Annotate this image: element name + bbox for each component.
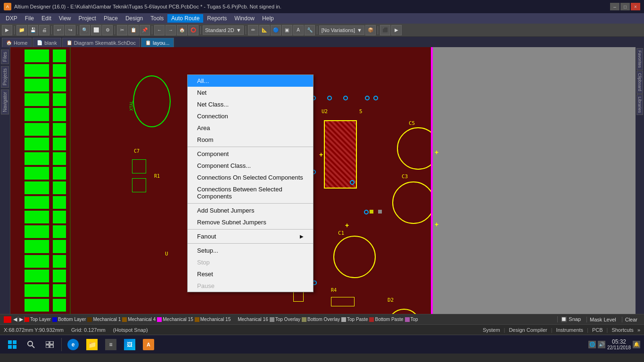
layer-top-short[interactable]: Top — [405, 317, 418, 322]
toolbar-btn-16[interactable]: 📐 — [259, 25, 270, 35]
menu-item-remove-subnet[interactable]: Remove Subnet Jumpers — [188, 216, 313, 228]
taskbar-edge[interactable]: e — [65, 337, 82, 353]
layer-top-overlay[interactable]: Top Overlay — [270, 317, 300, 322]
layer-scroll-left[interactable]: ◀ — [12, 316, 18, 322]
tab-schematic[interactable]: 📋 Diagram Skematik.SchDoc — [62, 38, 140, 47]
layer-top[interactable]: Top Layer — [25, 317, 51, 322]
sidebar-projects[interactable]: Projects — [1, 66, 9, 88]
menu-item-fanout[interactable]: Fanout ▶ — [188, 230, 313, 242]
menu-item-connections-between[interactable]: Connections Between Selected Components — [188, 183, 313, 202]
task-view-button[interactable] — [41, 337, 58, 353]
right-tab-clipboard[interactable]: Clipboard — [636, 71, 643, 94]
toolbar-btn-23[interactable]: ▶ — [391, 25, 402, 35]
menu-autoroute[interactable]: Auto Route — [167, 14, 203, 23]
toolbar-btn-14[interactable]: 🏠 — [177, 25, 187, 35]
network-icon[interactable]: 🌐 — [588, 341, 596, 348]
toolbar-btn-zoom[interactable]: 🔍 — [80, 25, 90, 35]
pcb-canvas[interactable]: XTAL C7 R1 U R2 R4 D2 S1 — [10, 47, 636, 314]
toolbar-btn-4[interactable]: 🖨 — [39, 25, 50, 35]
toolbar-btn-8[interactable]: ⚙ — [102, 25, 113, 35]
toolbar-btn-edit[interactable]: ✏ — [248, 25, 258, 35]
menu-edit[interactable]: Edit — [38, 14, 55, 23]
layer-bottom-paste[interactable]: Bottom Paste — [369, 317, 403, 322]
menu-reports[interactable]: Reports — [203, 14, 231, 23]
instruments-status[interactable]: Instruments — [556, 327, 583, 333]
toolbar-btn-10[interactable]: 📋 — [128, 25, 139, 35]
menu-item-all[interactable]: All... — [188, 75, 313, 87]
toolbar-btn-7[interactable]: ⬜ — [91, 25, 101, 35]
menu-item-connections-on[interactable]: Connections On Selected Components — [188, 172, 313, 183]
layer-mech15[interactable]: Mechanical 15 — [157, 317, 193, 322]
menu-item-net[interactable]: Net — [188, 87, 313, 99]
taskbar-altium[interactable]: A — [140, 337, 157, 353]
layer-scroll-right[interactable]: ▶ — [18, 316, 25, 322]
toolbar-btn-5[interactable]: ↩ — [54, 25, 64, 35]
tab-layout[interactable]: 📋 layou... — [141, 38, 173, 47]
right-tab-favorites[interactable]: Favorites — [636, 48, 643, 70]
toolbar-btn-17[interactable]: 🔵 — [271, 25, 281, 35]
toolbar-btn-21[interactable]: 📦 — [365, 25, 376, 35]
minimize-button[interactable]: – — [610, 3, 619, 10]
clear-button[interactable]: Clear — [622, 317, 640, 322]
toolbar-btn-19[interactable]: A — [293, 25, 304, 35]
menu-file[interactable]: File — [21, 14, 38, 23]
menu-item-connection[interactable]: Connection — [188, 110, 313, 122]
tab-blank[interactable]: 📄 blank — [33, 38, 61, 47]
menu-design[interactable]: Design — [122, 14, 147, 23]
toolbar-btn-3[interactable]: 💾 — [28, 25, 38, 35]
toolbar-btn-13[interactable]: → — [165, 25, 176, 35]
menu-item-component-class[interactable]: Component Class... — [188, 160, 313, 172]
menu-tools[interactable]: Tools — [147, 14, 167, 23]
right-tab-libraries[interactable]: Libraries — [636, 94, 643, 115]
toolbar-btn-18[interactable]: ▣ — [282, 25, 292, 35]
menu-item-net-class[interactable]: Net Class... — [188, 99, 313, 110]
toolbar-btn-20[interactable]: 🔧 — [305, 25, 315, 35]
layer-mech16[interactable]: Mechanical 16 — [232, 317, 268, 322]
shortcuts-status[interactable]: Shortcuts — [611, 327, 633, 333]
menu-item-reset[interactable]: Reset — [188, 268, 313, 280]
volume-icon[interactable]: 🔊 — [598, 341, 605, 348]
menu-item-setup[interactable]: Setup... — [188, 245, 313, 256]
taskbar-photos[interactable]: 🖼 — [121, 337, 138, 353]
layer-mech4[interactable]: Mechanical 4 — [122, 317, 156, 322]
menu-item-area[interactable]: Area — [188, 122, 313, 134]
toolbar-btn-2[interactable]: 📁 — [17, 25, 27, 35]
layer-mech1[interactable]: Mechanical 1 — [87, 317, 121, 322]
notifications-icon[interactable]: 🔔 — [633, 341, 640, 348]
toolbar-btn-6[interactable]: ↪ — [65, 25, 75, 35]
menu-project[interactable]: Project — [75, 14, 100, 23]
close-button[interactable]: × — [631, 3, 640, 10]
design-compiler-status[interactable]: Design Compiler — [509, 327, 547, 333]
maximize-button[interactable]: □ — [620, 3, 630, 10]
layer-top-paste[interactable]: Top Paste — [341, 317, 368, 322]
pcb-status[interactable]: PCB — [592, 327, 603, 333]
taskbar-explorer[interactable]: 📁 — [83, 337, 100, 353]
menu-place[interactable]: Place — [100, 14, 122, 23]
layer-bottom[interactable]: Bottom Layer — [52, 317, 86, 322]
sidebar-navigator[interactable]: Navigator — [1, 90, 9, 115]
toolbar-btn-1[interactable]: ▶ — [2, 25, 12, 35]
menu-item-add-subnet[interactable]: Add Subnet Jumpers — [188, 205, 313, 216]
layer-bottom-overlay[interactable]: Bottom Overlay — [302, 317, 340, 322]
system-status[interactable]: System — [483, 327, 500, 333]
search-button[interactable] — [23, 337, 40, 353]
tab-home[interactable]: 🏠 Home — [2, 38, 32, 47]
start-button[interactable] — [4, 337, 21, 353]
layer-mech15b[interactable]: Mechanical 15 — [195, 317, 231, 322]
menu-item-component[interactable]: Component — [188, 148, 313, 160]
toolbar-btn-9[interactable]: ✂ — [117, 25, 127, 35]
view-mode-dropdown[interactable]: Standard 2D ▼ — [203, 25, 244, 35]
toolbar-btn-15[interactable]: ⭕ — [188, 25, 198, 35]
menu-view[interactable]: View — [55, 14, 75, 23]
menu-item-room[interactable]: Room — [188, 134, 313, 146]
mask-level[interactable]: Mask Level — [586, 317, 619, 322]
menu-help[interactable]: Help — [258, 14, 278, 23]
variations-dropdown[interactable]: [No Variations] ▼ — [319, 25, 364, 35]
sidebar-files[interactable]: Files — [1, 49, 9, 64]
menu-window[interactable]: Window — [231, 14, 258, 23]
toolbar-btn-11[interactable]: 📌 — [140, 25, 150, 35]
toolbar-btn-22[interactable]: ⬛ — [380, 25, 390, 35]
taskbar-calc[interactable]: ≡ — [102, 337, 119, 353]
expand-icon[interactable]: » — [637, 327, 640, 333]
snap-indicator[interactable]: 🔲 Snap — [557, 316, 584, 322]
